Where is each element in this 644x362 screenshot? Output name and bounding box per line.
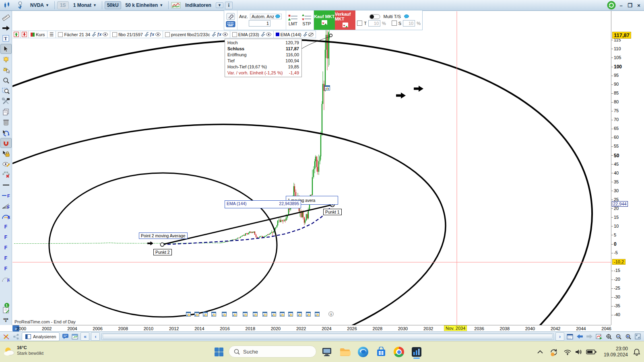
eye-off-icon[interactable]	[308, 33, 314, 37]
tab-analysieren[interactable]: Analysieren	[22, 332, 60, 341]
list-button[interactable]: ☰	[47, 31, 56, 38]
draw-disabled-icon[interactable]	[2, 333, 10, 340]
timeframe-selector[interactable]: 1 Monat▼	[70, 1, 99, 9]
export-chart-button[interactable]	[595, 333, 603, 340]
fullscreen-button[interactable]	[634, 333, 642, 340]
start-button[interactable]	[213, 346, 225, 358]
undo-pointer-icon[interactable]	[0, 128, 12, 138]
taskbar-app-chrome[interactable]	[392, 346, 405, 358]
weather-widget[interactable]: 16°C Stark bewölkt	[17, 345, 43, 356]
gauge-close-tool[interactable]	[0, 169, 12, 179]
earnings-event-icon[interactable]	[211, 311, 216, 317]
earnings-event-icon[interactable]	[194, 311, 199, 317]
eye-icon[interactable]	[155, 33, 161, 36]
magnet-tool[interactable]	[0, 138, 12, 148]
earnings-event-icon[interactable]	[262, 311, 267, 317]
earnings-event-icon[interactable]	[315, 311, 320, 317]
tools-icon[interactable]	[0, 96, 12, 106]
eye-icon[interactable]	[266, 33, 271, 36]
ema144-value-box[interactable]: EMA (144)22,943895	[225, 200, 301, 208]
fib-tool-3[interactable]: F	[0, 243, 12, 253]
fx-icon[interactable]: ƒx	[97, 32, 101, 37]
wrench-icon[interactable]	[303, 32, 307, 37]
order-settings-button[interactable]	[226, 13, 235, 20]
back-button[interactable]	[576, 333, 584, 340]
page-first-button[interactable]: «	[80, 332, 89, 341]
units-selector[interactable]: 50 k Einheiten▼	[123, 1, 166, 9]
earnings-event-icon[interactable]	[203, 311, 208, 317]
target-pct-input[interactable]	[368, 20, 380, 27]
lock-pointer-tool[interactable]	[0, 148, 12, 158]
goto-date-button[interactable]	[566, 333, 574, 340]
checkbox[interactable]	[58, 32, 63, 37]
chart-event-icon[interactable]	[324, 85, 330, 90]
arc-fib-tool[interactable]: F	[0, 211, 12, 221]
help-bubble-icon[interactable]	[275, 14, 280, 19]
earnings-event-icon[interactable]	[186, 311, 191, 317]
chart-canvas[interactable]	[0, 0, 644, 362]
target-checkbox[interactable]	[357, 21, 362, 26]
clock-widget[interactable]: 23:00 19.09.2024	[604, 341, 628, 362]
eye-icon[interactable]	[223, 33, 228, 36]
earnings-event-icon[interactable]	[253, 311, 258, 317]
scale-down-button[interactable]	[21, 31, 29, 38]
taskbar-app-prorealtime[interactable]	[410, 346, 423, 358]
arc2-fib-tool[interactable]: F	[0, 274, 12, 284]
maximize-button[interactable]: ❐	[626, 2, 634, 9]
wrench-icon[interactable]	[144, 32, 149, 37]
taskbar-app-desktop[interactable]	[320, 346, 333, 358]
auto-quantity-label[interactable]: Autom. Anz	[252, 14, 274, 19]
legend-item-prozent[interactable]: prozent fibo21/233c ƒx	[163, 31, 230, 38]
arrow-tool[interactable]	[0, 23, 12, 33]
checkbox[interactable]	[112, 32, 117, 37]
stop-checkbox[interactable]	[392, 21, 397, 26]
hline-fib-tool[interactable]: F	[0, 190, 12, 200]
sell-market-button[interactable]: Verkauf MKT	[335, 10, 356, 30]
share-icon[interactable]	[12, 333, 20, 340]
legend-item-faecher[interactable]: Fächer 21 34 ƒx	[56, 31, 110, 38]
punkt1-label[interactable]: Punkt 1	[323, 209, 342, 215]
earnings-event-icon[interactable]	[288, 311, 293, 317]
symbol-selector[interactable]: NVDA▼	[27, 1, 52, 9]
weather-icon[interactable]	[3, 346, 15, 357]
taskbar-app-explorer[interactable]	[339, 346, 351, 358]
fx-icon[interactable]: ƒx	[217, 32, 221, 37]
notifications-bell-icon[interactable]	[633, 341, 641, 362]
taskbar-app-edge[interactable]	[357, 346, 369, 358]
wrench-icon[interactable]	[211, 32, 216, 37]
fib-tool-4[interactable]: F	[0, 253, 12, 263]
fan-fib-tool[interactable]: F	[0, 201, 12, 211]
indicators-button[interactable]: Indikatoren	[182, 1, 214, 9]
wrench-icon[interactable]	[91, 32, 96, 37]
zoom-area-tool[interactable]	[0, 86, 12, 96]
point2-ma-label[interactable]: Point 2 moving Average	[139, 232, 188, 239]
checkbox[interactable]	[232, 32, 237, 37]
earnings-event-icon[interactable]	[232, 311, 237, 317]
pointer-tool[interactable]	[0, 44, 12, 54]
order-doc-badge-icon[interactable]: 1	[0, 304, 12, 315]
volume-icon[interactable]	[575, 341, 583, 362]
fib-tool-2[interactable]: F	[0, 232, 12, 242]
price-axis[interactable]: 117,87 22,944 -10,2 11511010510095908580…	[611, 11, 644, 325]
earnings-event-icon[interactable]	[297, 311, 302, 317]
punkt2-label[interactable]: Punkt 2	[153, 249, 172, 255]
checkbox[interactable]	[165, 32, 170, 37]
hline-tool[interactable]	[0, 180, 12, 190]
zoom-out-button[interactable]	[614, 333, 622, 340]
trash-icon[interactable]	[0, 117, 12, 127]
zoom-in-button[interactable]	[624, 333, 632, 340]
fx-icon[interactable]: ƒx	[150, 32, 154, 37]
pin-icon[interactable]	[14, 0, 26, 10]
minimize-button[interactable]: –	[617, 2, 625, 9]
chart-type-icon[interactable]	[2, 0, 13, 10]
alarm-tool[interactable]	[0, 54, 12, 64]
earnings-event-icon[interactable]	[280, 311, 285, 317]
forward-button[interactable]	[585, 333, 593, 340]
limit-order-button[interactable]: LMT	[288, 14, 298, 26]
info-button[interactable]: i	[225, 2, 233, 9]
fib-tool-5[interactable]: F	[0, 263, 12, 274]
earnings-event-icon[interactable]	[222, 311, 227, 317]
text-tool[interactable]: T	[0, 33, 12, 43]
zoom-tool[interactable]	[0, 75, 12, 85]
edit-eye-tool[interactable]	[0, 159, 12, 169]
